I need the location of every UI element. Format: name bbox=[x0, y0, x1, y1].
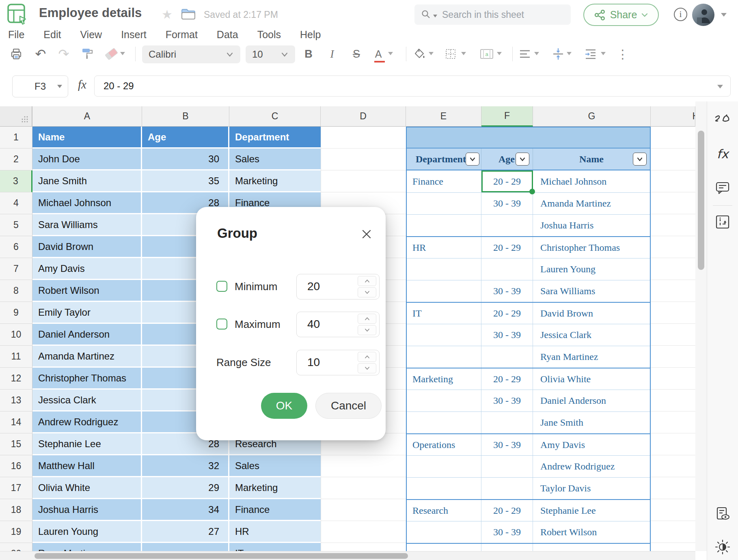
menu-item-tools[interactable]: Tools bbox=[257, 29, 281, 41]
cell-b17[interactable]: 29 bbox=[142, 477, 229, 499]
indent-caret-icon[interactable] bbox=[601, 52, 606, 55]
cell-g14[interactable]: Jane Smith bbox=[533, 412, 650, 433]
cell-f11[interactable] bbox=[481, 346, 533, 368]
account-caret-icon[interactable] bbox=[721, 13, 727, 17]
cell-b2[interactable]: 30 bbox=[142, 149, 229, 170]
cell-e6[interactable]: HR bbox=[407, 237, 481, 258]
cell-a11[interactable]: Amanda Martinez bbox=[32, 346, 142, 368]
cell-a14[interactable]: Andrew Rodriguez bbox=[32, 411, 142, 433]
maximum-checkbox[interactable] bbox=[216, 319, 227, 330]
row-header-8[interactable]: 8 bbox=[0, 280, 32, 302]
cell-g20[interactable]: Emily Taylor bbox=[533, 544, 650, 551]
menu-item-insert[interactable]: Insert bbox=[121, 29, 147, 41]
cell-f10[interactable]: 30 - 39 bbox=[481, 324, 533, 346]
search-options-caret-icon[interactable] bbox=[433, 15, 437, 17]
cell-a5[interactable]: Sara Williams bbox=[32, 214, 142, 236]
ok-button[interactable]: OK bbox=[261, 393, 307, 419]
cell-e3[interactable]: Finance bbox=[407, 170, 481, 192]
cell-e18[interactable]: Research bbox=[407, 500, 481, 521]
row-header-6[interactable]: 6 bbox=[0, 236, 32, 258]
row-header-1[interactable]: 1 bbox=[0, 127, 32, 149]
menu-item-file[interactable]: File bbox=[8, 29, 24, 41]
search-input[interactable] bbox=[441, 9, 552, 21]
cell-e12[interactable]: Marketing bbox=[407, 368, 481, 390]
cell-f4[interactable]: 30 - 39 bbox=[481, 193, 533, 214]
share-button[interactable]: Share bbox=[583, 4, 659, 26]
favorite-star-icon[interactable]: ★ bbox=[162, 7, 173, 22]
cell-f17[interactable] bbox=[481, 478, 533, 499]
column-header-b[interactable]: B bbox=[142, 106, 229, 127]
cell-f20[interactable]: 20 - 29 bbox=[481, 544, 533, 551]
row-header-20[interactable]: 20 bbox=[0, 543, 32, 551]
functions-panel-button[interactable]: fx bbox=[717, 147, 728, 161]
stepper-down-button[interactable] bbox=[358, 287, 376, 297]
cell-a19[interactable]: Lauren Young bbox=[32, 521, 142, 543]
undo-button[interactable]: ↶ bbox=[33, 47, 48, 61]
cell-a2[interactable]: John Doe bbox=[32, 149, 142, 170]
fill-color-button[interactable] bbox=[412, 47, 427, 61]
select-all-corner[interactable] bbox=[0, 106, 32, 127]
cell-f6[interactable]: 20 - 29 bbox=[481, 237, 533, 258]
cell-g16[interactable]: Andrew Rodriguez bbox=[533, 456, 650, 477]
vertical-scrollbar-thumb[interactable] bbox=[698, 131, 704, 270]
pivot-title-band[interactable] bbox=[407, 127, 650, 149]
name-box-caret-icon[interactable] bbox=[57, 85, 62, 88]
pivot-preview-button[interactable] bbox=[715, 214, 730, 230]
stepper-up-button[interactable] bbox=[358, 352, 376, 362]
font-size-select[interactable]: 10 bbox=[246, 45, 295, 63]
cell-f9[interactable]: 20 - 29 bbox=[481, 303, 533, 324]
fill-handle[interactable] bbox=[529, 189, 535, 194]
cell-g6[interactable]: Christopher Thomas bbox=[533, 237, 650, 258]
folder-icon[interactable] bbox=[181, 8, 196, 20]
cell-a16[interactable]: Matthew Hall bbox=[32, 455, 142, 477]
horizontal-align-caret-icon[interactable] bbox=[534, 52, 539, 55]
header-cell-department[interactable]: Department bbox=[229, 127, 321, 149]
cell-g3[interactable]: Michael Johnson bbox=[533, 170, 650, 192]
sheet-view-button[interactable] bbox=[715, 506, 730, 522]
cell-c16[interactable]: Sales bbox=[229, 455, 321, 477]
zia-assistant-button[interactable] bbox=[714, 114, 731, 127]
strikethrough-button[interactable]: S bbox=[349, 47, 364, 61]
horizontal-scrollbar[interactable] bbox=[0, 551, 695, 560]
cell-c2[interactable]: Sales bbox=[229, 149, 321, 170]
cell-e13[interactable] bbox=[407, 390, 481, 411]
stepper-up-button[interactable] bbox=[358, 314, 376, 324]
cell-g9[interactable]: David Brown bbox=[533, 303, 650, 324]
column-header-f[interactable]: F bbox=[481, 106, 533, 127]
cell-f5[interactable] bbox=[481, 215, 533, 236]
vertical-align-button[interactable] bbox=[551, 47, 565, 61]
row-header-16[interactable]: 16 bbox=[0, 455, 32, 477]
cell-f8[interactable]: 30 - 39 bbox=[481, 280, 533, 302]
cell-b3[interactable]: 35 bbox=[142, 170, 229, 192]
filter-button-department[interactable] bbox=[466, 153, 479, 166]
name-box[interactable]: F3 bbox=[12, 75, 68, 97]
cell-f15[interactable]: 30 - 39 bbox=[481, 434, 533, 455]
indent-button[interactable] bbox=[583, 47, 598, 61]
row-header-15[interactable]: 15 bbox=[0, 433, 32, 455]
cell-c3[interactable]: Marketing bbox=[229, 170, 321, 192]
font-family-select[interactable]: Calibri bbox=[142, 45, 240, 63]
cell-c17[interactable]: Marketing bbox=[229, 477, 321, 499]
row-header-18[interactable]: 18 bbox=[0, 499, 32, 521]
row-header-19[interactable]: 19 bbox=[0, 521, 32, 543]
row-header-2[interactable]: 2 bbox=[0, 149, 32, 170]
formula-bar-collapse-icon[interactable] bbox=[717, 85, 723, 88]
merge-cells-caret-icon[interactable] bbox=[497, 52, 502, 55]
header-cell-name[interactable]: Name bbox=[32, 127, 142, 149]
column-header-c[interactable]: C bbox=[229, 106, 321, 127]
row-header-11[interactable]: 11 bbox=[0, 346, 32, 368]
cell-a6[interactable]: David Brown bbox=[32, 236, 142, 258]
cell-g7[interactable]: Lauren Young bbox=[533, 258, 650, 280]
cell-a4[interactable]: Michael Johnson bbox=[32, 192, 142, 214]
cell-a3[interactable]: Jane Smith bbox=[32, 170, 142, 192]
column-header-g[interactable]: G bbox=[533, 106, 651, 127]
minimum-checkbox[interactable] bbox=[216, 281, 227, 292]
cell-e14[interactable] bbox=[407, 412, 481, 433]
header-cell-age[interactable]: Age bbox=[142, 127, 229, 149]
menu-item-edit[interactable]: Edit bbox=[43, 29, 61, 41]
theme-contrast-button[interactable] bbox=[714, 539, 731, 555]
vertical-scrollbar[interactable] bbox=[695, 101, 707, 551]
formula-input[interactable]: 20 - 29 bbox=[94, 75, 731, 97]
menu-item-help[interactable]: Help bbox=[300, 29, 321, 41]
column-header-h[interactable]: H bbox=[651, 106, 695, 127]
